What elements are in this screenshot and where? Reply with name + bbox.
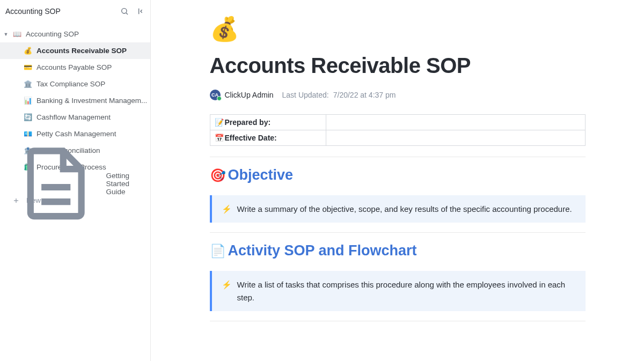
divider — [210, 157, 586, 157]
tree-item-tax-compliance[interactable]: 🏛️ Tax Compliance SOP — [0, 76, 150, 92]
heading-text: Activity SOP and Flowchart — [228, 242, 417, 259]
tree-item-label: Tax Compliance SOP — [36, 80, 105, 88]
page-title[interactable]: Accounts Receivable SOP — [210, 54, 586, 78]
bank-icon: 🏛️ — [24, 80, 32, 88]
tree-item-banking-investment[interactable]: 📊 Banking & Investment Managem... — [0, 92, 150, 109]
target-icon: 🎯 — [210, 168, 226, 183]
meta-row: CA ClickUp Admin Last Updated: 7/20/22 a… — [210, 90, 586, 100]
callout-objective[interactable]: ⚡ Write a summary of the objective, scop… — [210, 195, 586, 223]
tree-item-cashflow[interactable]: 🔄 Cashflow Management — [0, 109, 150, 126]
sidebar-header: Accounting SOP — [0, 0, 150, 23]
sidebar-title: Accounting SOP — [5, 7, 120, 16]
cell-value[interactable] — [326, 130, 585, 146]
info-table[interactable]: 📝Prepared by: 📅Effective Date: — [210, 114, 586, 146]
cell-label: Effective Date: — [225, 134, 277, 142]
tree-item-label: Petty Cash Management — [36, 130, 116, 138]
heading-text: Objective — [228, 167, 294, 183]
book-icon: 📖 — [13, 30, 21, 38]
svg-point-0 — [122, 9, 127, 13]
callout-text: Write a summary of the objective, scope,… — [237, 203, 572, 215]
tree-item-label: Getting Started Guide — [106, 172, 150, 196]
search-icon[interactable] — [120, 7, 129, 16]
sidebar: Accounting SOP ▼ 📖 Accounting SOP 💰 Acco… — [0, 0, 151, 361]
tree-item-getting-started[interactable]: Getting Started Guide — [0, 175, 150, 192]
pencil-icon: 📝 — [215, 118, 224, 127]
divider — [210, 232, 586, 233]
collapse-sidebar-icon[interactable] — [136, 7, 145, 16]
callout-text: Write a list of tasks that comprises thi… — [237, 278, 576, 304]
table-row[interactable]: 📝Prepared by: — [210, 115, 585, 130]
tree-item-label: Accounts Receivable SOP — [36, 47, 127, 55]
divider — [210, 321, 586, 321]
new-page-label: New page — [26, 196, 59, 204]
heading-objective[interactable]: 🎯Objective — [210, 167, 586, 183]
page-emoji[interactable]: 💰 — [210, 15, 586, 43]
page-icon — [12, 140, 99, 227]
cycle-icon: 🔄 — [24, 113, 32, 121]
last-updated-label: Last Updated: — [282, 91, 329, 99]
last-updated-value: 7/20/22 at 4:37 pm — [333, 91, 396, 99]
tree-item-label: Accounts Payable SOP — [36, 63, 112, 71]
bolt-icon: ⚡ — [222, 203, 232, 215]
bolt-icon: ⚡ — [222, 278, 232, 304]
page-tree: ▼ 📖 Accounting SOP 💰 Accounts Receivable… — [0, 23, 150, 209]
author-name[interactable]: ClickUp Admin — [225, 91, 274, 99]
caret-down-icon[interactable]: ▼ — [3, 32, 9, 37]
cash-icon: 💶 — [24, 130, 32, 138]
card-icon: 💳 — [24, 63, 32, 71]
plus-icon — [12, 197, 20, 204]
chart-icon: 📊 — [24, 97, 32, 105]
table-row[interactable]: 📅Effective Date: — [210, 130, 585, 146]
callout-activity[interactable]: ⚡ Write a list of tasks that comprises t… — [210, 271, 586, 311]
tree-item-label: Banking & Investment Managem... — [36, 97, 147, 105]
avatar[interactable]: CA — [210, 90, 221, 100]
money-bag-icon: 💰 — [24, 47, 32, 55]
main-content: 💰 Accounts Receivable SOP CA ClickUp Adm… — [151, 0, 644, 361]
page-icon: 📄 — [210, 244, 226, 259]
tree-root-accounting-sop[interactable]: ▼ 📖 Accounting SOP — [0, 26, 150, 42]
tree-item-label: Accounting SOP — [26, 30, 79, 38]
tree-item-accounts-payable[interactable]: 💳 Accounts Payable SOP — [0, 59, 150, 76]
tree-item-accounts-receivable[interactable]: 💰 Accounts Receivable SOP — [0, 42, 150, 59]
calendar-icon: 📅 — [215, 134, 224, 142]
tree-item-label: Cashflow Management — [36, 113, 111, 121]
cell-label: Prepared by: — [225, 118, 271, 127]
cell-value[interactable] — [326, 115, 585, 130]
svg-line-1 — [126, 13, 128, 14]
heading-activity[interactable]: 📄 Activity SOP and Flowchart — [210, 242, 586, 259]
